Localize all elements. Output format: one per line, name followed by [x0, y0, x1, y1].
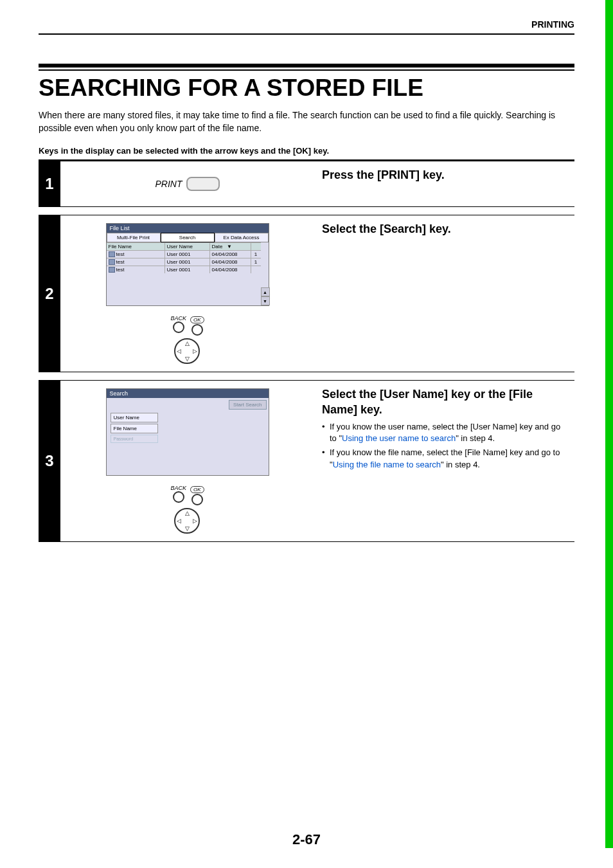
- page-index-tab: [605, 0, 613, 848]
- step-figure: File List Multi-File Print Search Ex Dat…: [60, 215, 314, 372]
- ok-label: OK: [190, 316, 204, 323]
- print-key-figure: PRINT: [155, 177, 220, 191]
- arrow-down-icon: ▽: [185, 356, 190, 362]
- print-key-button-icon: [186, 177, 220, 191]
- step-heading: Select the [User Name] key or the [File …: [322, 387, 568, 417]
- bullet-text: " in step 4.: [456, 433, 495, 443]
- nav-panel: BACK OK △ ▽ ▷ ◁: [170, 312, 204, 364]
- step-1: 1 PRINT Press the [PRINT] key.: [39, 161, 574, 206]
- back-button[interactable]: [173, 321, 184, 333]
- table-row[interactable]: test User 0001 04/04/2008: [107, 266, 261, 273]
- ok-button[interactable]: [191, 494, 203, 505]
- file-icon: [109, 251, 115, 257]
- file-icon: [109, 267, 115, 273]
- print-key-label: PRINT: [155, 179, 182, 189]
- file-icon: [109, 259, 115, 265]
- bullet-item: • If you know the file name, select the …: [322, 447, 568, 470]
- ok-label: OK: [190, 486, 204, 493]
- cell-date: 04/04/2008: [209, 258, 251, 266]
- back-button[interactable]: [173, 491, 184, 503]
- bullet-item: • If you know the user name, select the …: [322, 421, 568, 444]
- arrow-up-icon: △: [185, 340, 190, 347]
- option-user-name[interactable]: User Name: [111, 413, 158, 422]
- cell-date: 04/04/2008: [209, 251, 251, 258]
- screen-title: File List: [107, 224, 269, 233]
- arrow-down-icon: ▽: [185, 525, 190, 532]
- col-header-user-name[interactable]: User Name: [164, 243, 209, 250]
- cell-user: User 0001: [164, 266, 209, 273]
- step-heading: Select the [Search] key.: [322, 222, 568, 237]
- link-user-name-search[interactable]: Using the user name to search: [342, 433, 456, 443]
- cell-file: test: [116, 259, 125, 265]
- tab-search[interactable]: Search: [161, 233, 215, 242]
- arrow-up-icon: △: [185, 510, 190, 516]
- step-figure: Search Start Search User Name File Name …: [60, 381, 314, 541]
- date-label: Date: [212, 244, 223, 249]
- col-header-file-name[interactable]: File Name: [107, 243, 164, 250]
- cell-user: User 0001: [164, 251, 209, 258]
- col-header-date[interactable]: Date ▼: [209, 243, 251, 250]
- step-figure: PRINT: [60, 161, 314, 206]
- scroll-up-button[interactable]: ▲: [261, 287, 270, 296]
- arrow-left-icon: ◁: [177, 348, 181, 354]
- step-3: 3 Search Start Search User Name File Nam…: [39, 381, 574, 541]
- dpad[interactable]: △ ▽ ▷ ◁: [174, 338, 200, 364]
- tab-ex-data-access[interactable]: Ex Data Access: [215, 233, 269, 242]
- table-row[interactable]: test User 0001 04/04/2008 1: [107, 250, 261, 258]
- arrow-left-icon: ◁: [177, 518, 181, 524]
- col-header-count: [251, 243, 261, 250]
- back-label: BACK: [170, 315, 186, 321]
- page-title: SEARCHING FOR A STORED FILE: [39, 75, 574, 102]
- nav-panel: BACK OK △ ▽ ▷ ◁: [170, 482, 204, 534]
- step-number: 3: [39, 381, 60, 541]
- arrow-right-icon: ▷: [193, 518, 197, 524]
- option-password[interactable]: Password: [111, 435, 158, 443]
- bullet-text: " in step 4.: [441, 460, 480, 469]
- step-divider: [39, 541, 574, 542]
- sort-icon: ▼: [227, 244, 232, 249]
- scroll-down-button[interactable]: ▼: [261, 296, 270, 305]
- start-search-button[interactable]: Start Search: [229, 400, 266, 410]
- cell-date: 04/04/2008: [209, 266, 251, 273]
- search-screen: Search Start Search User Name File Name …: [106, 388, 269, 476]
- link-file-name-search[interactable]: Using the file name to search: [333, 460, 441, 469]
- intro-paragraph: When there are many stored files, it may…: [39, 109, 574, 134]
- back-label: BACK: [170, 485, 186, 491]
- note-instruction: Keys in the display can be selected with…: [39, 146, 574, 156]
- page-number: 2-67: [39, 831, 574, 848]
- header-section-label: PRINTING: [39, 19, 574, 35]
- screen-title: Search: [107, 389, 269, 398]
- cell-file: test: [116, 251, 125, 257]
- dpad[interactable]: △ ▽ ▷ ◁: [174, 508, 200, 534]
- cell-count: 1: [251, 258, 261, 266]
- table-row[interactable]: test User 0001 04/04/2008 1: [107, 258, 261, 266]
- step-heading: Press the [PRINT] key.: [322, 168, 568, 183]
- empty-area: [107, 444, 269, 475]
- rule-thin: [39, 69, 574, 71]
- ok-button[interactable]: [191, 324, 203, 336]
- step-number: 2: [39, 215, 60, 372]
- empty-area: [107, 273, 261, 305]
- cell-count: [251, 266, 261, 273]
- rule-thick: [39, 64, 574, 68]
- option-file-name[interactable]: File Name: [111, 424, 158, 433]
- step-2: 2 File List Multi-File Print Search Ex D…: [39, 215, 574, 372]
- cell-file: test: [116, 267, 125, 273]
- arrow-right-icon: ▷: [193, 348, 197, 354]
- step-number: 1: [39, 161, 60, 206]
- cell-user: User 0001: [164, 258, 209, 266]
- tab-multi-file-print[interactable]: Multi-File Print: [107, 233, 161, 242]
- cell-count: 1: [251, 251, 261, 258]
- file-list-screen: File List Multi-File Print Search Ex Dat…: [106, 223, 269, 306]
